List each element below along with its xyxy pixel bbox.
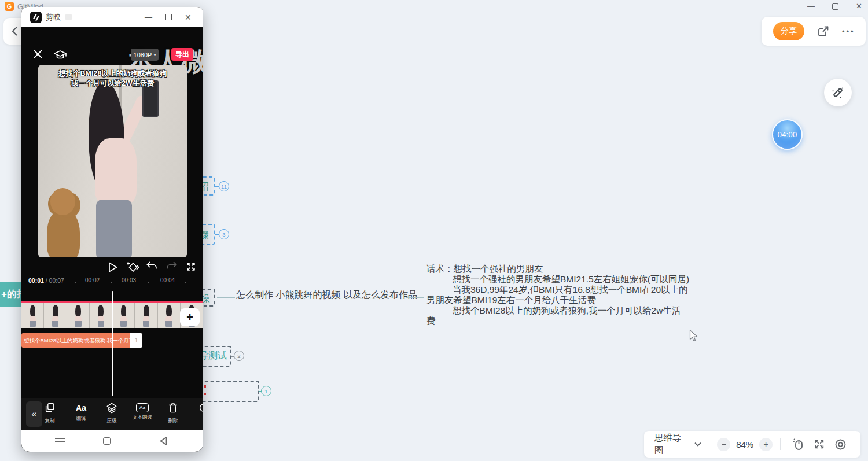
timeline-thumbnail[interactable] [112,303,135,328]
toolbar-label: 文本朗读 [126,414,159,421]
effect-bell-icon [198,402,203,414]
timer-badge[interactable]: 04:00 [772,119,803,150]
export-button[interactable]: 导出 [171,48,193,61]
share-toolbar: 分享 ••• [762,17,866,46]
ruler-dot [75,282,76,283]
chevron-left-icon [12,26,18,36]
window-maximize-button[interactable] [832,3,838,10]
script-line: 话术：想找一个强社的男朋友 [426,264,689,274]
capcut-logo-icon [30,12,42,23]
mouse-cursor [689,330,698,342]
share-button[interactable]: 分享 [773,22,804,40]
timeline-thumbnail[interactable] [135,303,157,328]
divider [709,438,709,450]
mindmap-node-collapsed-5[interactable] [197,381,259,402]
connector-line [406,297,424,298]
fit-screen-button[interactable] [814,438,825,450]
toolbar-delete-button[interactable]: 删除 [157,402,189,425]
script-line: 男朋友希望BMI19左右一个月给八千生活费 [426,295,689,305]
editor-screen: 本人微 1080P▾ 导出 想找个BMI28以上的奶狗或者狼狗 我一个月可以给2… [21,27,203,430]
keyframe-icon[interactable] [125,261,139,274]
mindmap-node-center[interactable]: 怎么制作 小熊跳舞的视频 以及怎么发布作品 [236,289,417,301]
text-clip-handle[interactable]: 1 [130,333,142,348]
mouse-mode-button[interactable] [793,438,804,451]
bear-sticker-head [50,188,76,215]
tutorial-cap-icon[interactable] [53,49,67,61]
toolbar-more-button[interactable] [187,402,203,416]
zoom-out-button[interactable]: − [717,438,730,451]
phone-titlebar[interactable]: 剪映 — ✕ [21,7,203,27]
toolbar-layers-button[interactable]: 层级 [95,402,128,425]
playhead[interactable] [112,291,113,396]
overlay-line-1: 想找个BMI28以上的奶狗或者狼狗 [38,69,187,79]
ai-magic-wand-button[interactable] [824,79,852,106]
video-text-overlay: 想找个BMI28以上的奶狗或者狼狗 我一个月可以给2W生活费 [38,69,187,88]
timer-value: 04:00 [778,130,797,139]
fullscreen-icon[interactable] [185,261,197,272]
expand-count-badge[interactable]: 3 [219,229,229,239]
home-icon[interactable] [103,437,111,445]
mindmap-node-collapsed-4-label: 导测试 [199,350,227,362]
timeline-thumbnail[interactable] [44,303,67,328]
menu-icon[interactable] [55,438,65,446]
text-clip[interactable]: 想找个BMI28以上的奶狗或者狼狗 我一个月可以 [21,333,130,348]
person-skirt [96,200,132,257]
preview-button[interactable] [834,438,847,451]
ruler-dot [148,282,149,283]
add-clip-button[interactable]: + [180,308,200,326]
connector-line [217,297,235,298]
ruler-dot [111,282,112,283]
phone-window-title: 剪映 [46,12,61,23]
red-colon-dot [204,393,206,395]
phone-minimize-button[interactable]: — [145,13,152,21]
phone-close-button[interactable]: ✕ [185,13,192,22]
mindmap-node-script[interactable]: 话术：想找一个强社的男朋友 想找一个强社的男朋友希望BMI21.5左右姐姐宠你(… [426,264,689,326]
gitmind-logo-icon: G [5,2,14,11]
toolbar-copy-button[interactable]: 复制 [34,402,66,425]
editor-close-icon[interactable] [33,49,43,59]
bear-sticker-body [47,209,80,257]
zoom-in-button[interactable]: + [759,438,773,451]
more-menu-button[interactable]: ••• [842,27,855,36]
timeline-thumbnail[interactable] [67,303,90,328]
resolution-dropdown[interactable]: 1080P▾ [131,49,159,61]
expand-count-badge[interactable]: 11 [219,181,229,191]
timeline-ruler[interactable]: 00:01 / 00:07 00:02 00:03 00:04 [21,277,203,289]
back-icon[interactable] [159,436,168,446]
external-link-icon[interactable] [817,25,829,38]
expand-count-badge[interactable]: 2 [234,351,244,361]
expand-count-badge[interactable]: 1 [261,386,271,396]
ruler-mark: 00:02 [85,277,100,283]
toolbar-label: 编辑 [65,415,97,422]
window-close-button[interactable]: ✕ [856,1,862,12]
magic-wand-icon [830,85,845,100]
copy-icon [44,402,56,414]
script-line: 当我36D,99年24岁,但BMI只有16.8想找一个BMI在20以上的 [426,285,689,295]
trash-icon [167,402,179,414]
redo-icon[interactable] [165,261,178,272]
play-button[interactable] [106,261,119,274]
timeline-thumbnail[interactable] [21,303,44,328]
overlay-line-2: 我一个月可以给2W生活费 [38,79,187,88]
ruler-mark: 00:03 [122,277,136,283]
phone-maximize-button[interactable] [165,14,172,20]
time-current: 00:01 [28,277,44,284]
timeline-thumbnail[interactable] [90,303,112,328]
timeline-thumbnail[interactable] [158,303,181,328]
text-to-speech-icon: Aa [136,403,149,412]
mouse-icon [793,438,804,451]
toolbar-tts-button[interactable]: Aa 文本朗读 [126,402,159,421]
editor-toolbar: « 复制 Aa 编辑 层级 Aa 文本朗读 [21,398,203,430]
toolbar-edit-button[interactable]: Aa 编辑 [65,402,97,422]
video-preview[interactable]: 想找个BMI28以上的奶狗或者狼狗 我一个月可以给2W生活费 [38,65,187,257]
fit-screen-icon [814,438,825,450]
view-mode-dropdown[interactable]: 思维导图 [654,432,690,456]
ruler-mark: 00:04 [160,277,175,283]
undo-icon[interactable] [145,261,158,272]
window-minimize-button[interactable]: — [807,1,815,12]
person-top [95,138,137,204]
chevron-down-icon[interactable] [694,442,701,447]
canvas-statusbar: 思维导图 − 84% + [644,431,860,458]
script-line: 想找个BMI28以上的奶狗或者狼狗,我一个月可以给2w生活 [426,305,689,316]
resolution-value: 1080P [134,51,152,58]
